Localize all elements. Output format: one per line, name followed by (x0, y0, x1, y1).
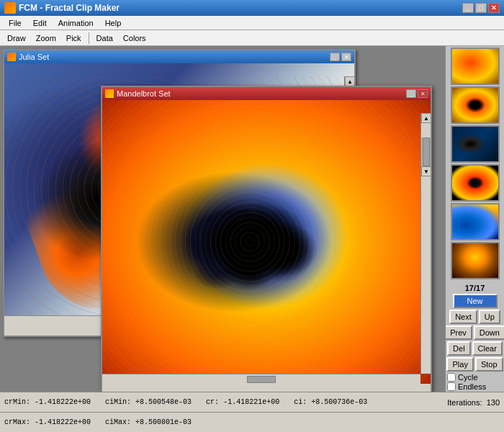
mandelbrot-canvas: ▲ ▼ (102, 100, 431, 384)
thumbnail-3[interactable] (451, 125, 500, 163)
mandelbrot-window-controls: _ ✕ (406, 89, 428, 98)
toolbar-separator (89, 32, 89, 44)
julia-close-button[interactable]: ✕ (341, 53, 351, 61)
crMin-field: crMin: -1.418222e+00 (4, 398, 91, 406)
toolbar-colors[interactable]: Colors (119, 32, 150, 44)
menu-edit[interactable]: Edit (27, 17, 53, 29)
prev-button[interactable]: Prev (445, 325, 472, 340)
mandelbrot-close-button[interactable]: ✕ (418, 89, 428, 98)
thumbnail-1[interactable] (451, 48, 500, 85)
thumbnail-5[interactable] (451, 203, 500, 240)
mandelbrot-window: Mandelbrot Set _ ✕ ▲ ▼ (101, 86, 432, 392)
menu-help[interactable]: Help (99, 17, 127, 29)
del-button[interactable]: Del (447, 341, 471, 356)
mandelbrot-scroll-down[interactable]: ▼ (421, 166, 431, 176)
endless-label: Endless (458, 382, 486, 391)
ci-field: ci: +8.500736e-03 (294, 398, 367, 406)
julia-scroll-up[interactable]: ▲ (345, 76, 354, 86)
mandelbrot-scroll-up[interactable]: ▲ (421, 113, 431, 123)
menu-file[interactable]: File (3, 17, 27, 29)
crMin-label: crMin: (4, 398, 30, 406)
ci-value: +8.500736e-03 (311, 398, 367, 406)
julia-window-title: Julia Set (19, 53, 49, 61)
next-button[interactable]: Next (449, 310, 477, 324)
mandelbrot-fractal-image (102, 100, 431, 384)
julia-minimize-button[interactable]: _ (330, 53, 340, 61)
ci-label: ci: (294, 398, 307, 406)
maximize-button[interactable]: □ (475, 3, 487, 13)
ciMin-field: ciMin: +8.500548e-03 (105, 398, 192, 406)
thumbnail-2[interactable] (451, 86, 500, 124)
menu-animation[interactable]: Animation (53, 17, 99, 29)
thumbnail-6[interactable] (451, 242, 500, 279)
play-stop-row: Play Stop (446, 357, 503, 372)
cycle-checkbox[interactable] (447, 373, 456, 382)
cycle-row: Cycle (447, 373, 503, 382)
mandelbrot-window-icon (105, 89, 114, 98)
iterations-value: 130 (487, 398, 500, 407)
play-button[interactable]: Play (446, 357, 473, 372)
minimize-button[interactable]: _ (462, 3, 474, 13)
toolbar-draw[interactable]: Draw (3, 32, 30, 44)
toolbar: Draw Zoom Pick Data Colors (0, 30, 504, 46)
endless-checkbox[interactable] (447, 382, 456, 391)
mandelbrot-scrollbar-horizontal[interactable] (102, 374, 420, 384)
ciMax-value: +8.500801e-03 (135, 418, 192, 426)
next-up-row: Next Up (449, 310, 500, 324)
crMax-value: -1.418222e+00 (35, 418, 91, 426)
menu-bar: File Edit Animation Help (0, 16, 504, 30)
cr-value: -1.418221e+00 (223, 398, 279, 406)
mandelbrot-scroll-thumb-v[interactable] (423, 138, 430, 166)
new-button-row: New (453, 294, 498, 308)
julia-window-controls: _ ✕ (330, 53, 351, 61)
ciMax-field: ciMax: +8.500801e-03 (105, 418, 192, 426)
julia-titlebar[interactable]: Julia Set _ ✕ (4, 50, 354, 63)
crMax-label: crMax: (4, 418, 30, 426)
cycle-label: Cycle (458, 373, 478, 382)
mandelbrot-scroll-track-v (421, 138, 431, 166)
status-bar-2: crMax: -1.418222e+00 ciMax: +8.500801e-0… (0, 412, 504, 432)
prev-down-row: Prev Down (445, 325, 504, 340)
thumbnail-4[interactable] (451, 164, 500, 202)
close-button[interactable]: ✕ (488, 3, 500, 13)
title-controls: _ □ ✕ (462, 3, 500, 13)
ciMin-value: +8.500548e-03 (135, 398, 192, 406)
app-icon (4, 2, 16, 14)
crMin-value: -1.418222e+00 (35, 398, 91, 406)
down-button[interactable]: Down (474, 325, 504, 340)
title-bar: FCM - Fractal Clip Maker _ □ ✕ (0, 0, 504, 16)
iterations-label: Iterations: (447, 398, 482, 407)
toolbar-data[interactable]: Data (92, 32, 117, 44)
right-panel: 17/17 New Next Up Prev Down Del Clear Pl… (445, 46, 504, 392)
mandelbrot-minimize-button[interactable]: _ (406, 89, 416, 98)
stop-button[interactable]: Stop (475, 357, 503, 372)
toolbar-pick[interactable]: Pick (62, 32, 86, 44)
mandelbrot-window-title: Mandelbrot Set (117, 89, 171, 98)
counter-display: 17/17 (447, 284, 503, 292)
app-title: FCM - Fractal Clip Maker (19, 3, 120, 13)
thumbnail-list (451, 48, 500, 279)
mandelbrot-titlebar[interactable]: Mandelbrot Set _ ✕ (102, 87, 431, 100)
new-button[interactable]: New (453, 294, 498, 308)
status-bar: crMin: -1.418222e+00 ciMin: +8.500548e-0… (0, 392, 504, 412)
main-area: Julia Set _ ✕ ▲ ▼ (0, 46, 504, 392)
cr-label: cr: (206, 398, 219, 406)
endless-row: Endless (447, 382, 503, 391)
mandelbrot-scrollbar-vertical[interactable]: ▲ ▼ (420, 113, 431, 374)
cr-field: cr: -1.418221e+00 (206, 398, 279, 406)
mandelbrot-scroll-thumb-h[interactable] (247, 376, 276, 383)
julia-window-icon (7, 53, 16, 61)
ciMin-label: ciMin: (105, 398, 131, 406)
toolbar-zoom[interactable]: Zoom (32, 32, 60, 44)
iterations-field: Iterations: 130 (447, 398, 500, 407)
content-area: Julia Set _ ✕ ▲ ▼ (0, 46, 445, 392)
del-clear-row: Del Clear (447, 341, 503, 356)
crMax-field: crMax: -1.418222e+00 (4, 418, 91, 426)
up-button[interactable]: Up (479, 310, 500, 324)
ciMax-label: ciMax: (105, 418, 131, 426)
clear-button[interactable]: Clear (472, 341, 503, 356)
